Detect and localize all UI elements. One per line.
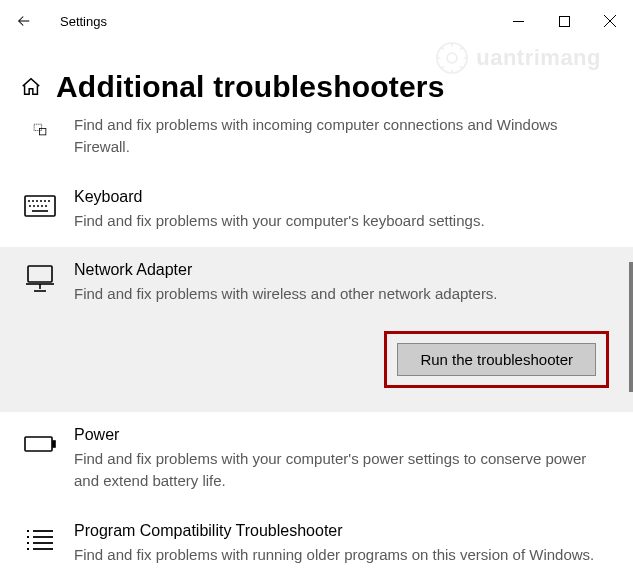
troubleshooter-item-program-compatibility[interactable]: Program Compatibility Troubleshooter Fin… (0, 508, 633, 575)
maximize-button[interactable] (541, 5, 587, 37)
svg-rect-1 (559, 16, 569, 26)
close-icon (604, 15, 616, 27)
item-description: Find and fix problems with running older… (74, 544, 609, 566)
svg-rect-25 (25, 437, 52, 451)
svg-rect-7 (39, 128, 45, 134)
home-icon[interactable] (20, 76, 42, 98)
item-title: Keyboard (74, 188, 609, 206)
troubleshooter-item-network-adapter[interactable]: Network Adapter Find and fix problems wi… (0, 247, 633, 412)
minimize-button[interactable] (495, 5, 541, 37)
item-body: Network Adapter Find and fix problems wi… (74, 261, 609, 388)
item-title: Program Compatibility Troubleshooter (74, 522, 609, 540)
battery-icon (24, 428, 56, 460)
item-title: Network Adapter (74, 261, 609, 279)
troubleshooter-item-incoming-connections[interactable]: Incoming Connections Find and fix proble… (0, 114, 633, 174)
item-description: Find and fix problems with your computer… (74, 210, 609, 232)
titlebar: Settings (0, 0, 633, 42)
run-button-wrap: Run the troubleshooter (74, 331, 609, 388)
titlebar-left: Settings (12, 9, 107, 33)
close-button[interactable] (587, 5, 633, 37)
item-description: Find and fix problems with wireless and … (74, 283, 609, 305)
minimize-icon (513, 16, 524, 27)
app-title: Settings (60, 14, 107, 29)
keyboard-icon (24, 190, 56, 222)
shield-icon (24, 116, 56, 148)
back-button[interactable] (12, 9, 36, 33)
list-icon (24, 524, 56, 556)
page-title: Additional troubleshooters (56, 70, 445, 104)
troubleshooter-list: Incoming Connections Find and fix proble… (0, 114, 633, 574)
monitor-network-icon (24, 263, 56, 295)
item-description: Find and fix problems with incoming comp… (74, 114, 609, 158)
maximize-icon (559, 16, 570, 27)
svg-rect-6 (34, 124, 41, 130)
run-troubleshooter-button[interactable]: Run the troubleshooter (397, 343, 596, 376)
svg-rect-26 (53, 441, 55, 447)
scrollbar[interactable] (629, 262, 633, 392)
item-body: Program Compatibility Troubleshooter Fin… (74, 522, 609, 566)
page-heading-row: Additional troubleshooters (0, 42, 633, 104)
item-title: Power (74, 426, 609, 444)
item-description: Find and fix problems with your computer… (74, 448, 609, 492)
troubleshooter-item-power[interactable]: Power Find and fix problems with your co… (0, 412, 633, 508)
troubleshooter-item-keyboard[interactable]: Keyboard Find and fix problems with your… (0, 174, 633, 248)
item-body: Incoming Connections Find and fix proble… (74, 114, 609, 158)
item-body: Power Find and fix problems with your co… (74, 426, 609, 492)
item-body: Keyboard Find and fix problems with your… (74, 188, 609, 232)
arrow-left-icon (15, 12, 33, 30)
svg-rect-21 (28, 266, 52, 282)
run-button-highlight: Run the troubleshooter (384, 331, 609, 388)
window-controls (495, 5, 633, 37)
